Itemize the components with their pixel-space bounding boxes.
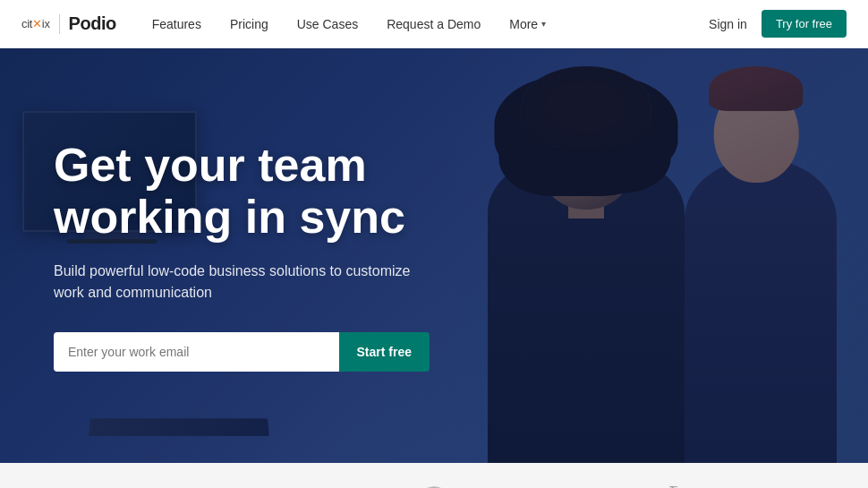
nav-more[interactable]: More ▾ bbox=[509, 17, 546, 31]
signin-link[interactable]: Sign in bbox=[709, 17, 747, 31]
hero-title-line1: Get your team bbox=[54, 139, 367, 191]
start-free-button[interactable]: Start free bbox=[339, 332, 430, 372]
hero-title-line2: working in sync bbox=[54, 191, 405, 243]
hero-section: Get your team working in sync Build powe… bbox=[0, 48, 868, 463]
nav-pricing[interactable]: Pricing bbox=[230, 17, 268, 31]
chevron-down-icon: ▾ bbox=[541, 19, 546, 29]
nav-use-cases[interactable]: Use Cases bbox=[297, 17, 358, 31]
navigation: cit✕ix Podio Features Pricing Use Cases … bbox=[0, 0, 868, 48]
nav-features[interactable]: Features bbox=[152, 17, 201, 31]
try-free-button[interactable]: Try for free bbox=[762, 10, 847, 38]
nav-more-label: More bbox=[509, 17, 538, 31]
nav-request-demo[interactable]: Request a Demo bbox=[387, 17, 481, 31]
hero-form: Start free bbox=[54, 332, 430, 372]
logo-divider bbox=[59, 14, 60, 34]
email-input[interactable] bbox=[54, 332, 339, 372]
citrix-x: ✕ bbox=[32, 17, 42, 30]
hero-content: Get your team working in sync Build powe… bbox=[0, 48, 555, 463]
logos-bar: VOLVO Deloitte. NFL SONY Time Warner bbox=[0, 463, 868, 488]
citrix-logo: cit✕ix bbox=[21, 17, 50, 30]
nav-right: Sign in Try for free bbox=[709, 10, 847, 38]
nav-links: Features Pricing Use Cases Request a Dem… bbox=[152, 17, 709, 31]
hero-subtitle: Build powerful low-code business solutio… bbox=[54, 261, 430, 304]
hero-title: Get your team working in sync bbox=[54, 140, 501, 242]
brand-logo[interactable]: cit✕ix Podio bbox=[21, 13, 116, 34]
twc-line1: Time bbox=[669, 484, 703, 488]
logo-time-warner: Time Warner Cable bbox=[634, 484, 703, 488]
podio-logo: Podio bbox=[69, 13, 116, 34]
twc-text-block: Time Warner Cable bbox=[669, 484, 703, 488]
